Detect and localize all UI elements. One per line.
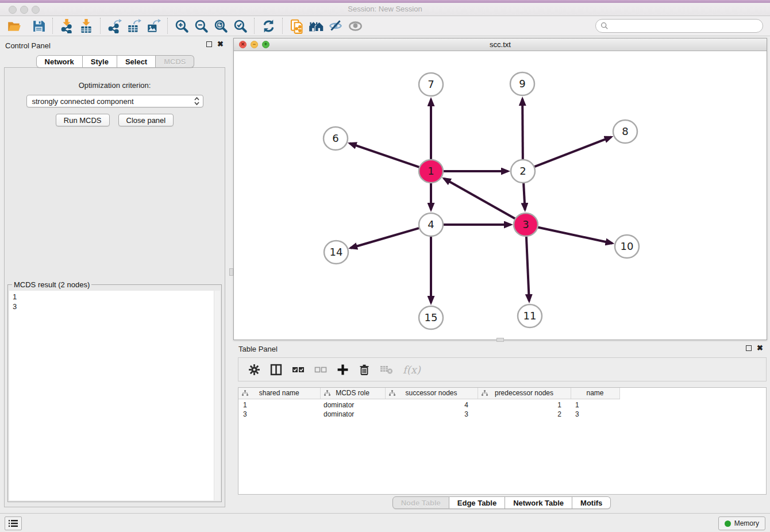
svg-text:2: 2 — [519, 165, 526, 177]
mcds-result-list[interactable]: 1 3 — [9, 291, 220, 500]
zoom-in-icon — [174, 18, 189, 33]
open-session-button[interactable] — [5, 17, 24, 34]
mcds-result-title: MCDS result (2 nodes) — [12, 280, 91, 289]
zoom-fit-icon — [213, 18, 228, 33]
refresh-button[interactable] — [259, 17, 278, 34]
column-sort-icon — [482, 390, 488, 396]
cell-successor-nodes: 4 — [385, 400, 478, 410]
close-panel-button[interactable]: Close panel — [118, 114, 174, 126]
hide-graphics-details-button[interactable] — [326, 17, 345, 34]
table-panel-title: Table Panel — [238, 345, 278, 353]
tab-select[interactable]: Select — [117, 55, 156, 68]
cell-shared-name: 3 — [238, 410, 320, 419]
column-header-name[interactable]: name — [571, 388, 619, 399]
delete-column-button[interactable] — [359, 364, 370, 376]
import-network-button[interactable] — [57, 17, 76, 34]
show-columns-button[interactable] — [270, 364, 282, 376]
svg-text:11: 11 — [523, 310, 537, 322]
column-header-mcds-role[interactable]: MCDS role — [320, 388, 385, 399]
search-box[interactable] — [595, 19, 763, 33]
cell-predecessor-nodes: 1 — [478, 400, 571, 410]
node-table-container: shared name MCDS role successor nodes pr… — [238, 387, 767, 495]
memory-button[interactable]: Memory — [718, 516, 765, 530]
horizontal-splitter-handle[interactable] — [496, 338, 504, 342]
refresh-icon — [261, 19, 276, 33]
export-image-button[interactable] — [144, 17, 163, 34]
select-all-rows-button[interactable] — [292, 365, 305, 374]
copy-network-button[interactable] — [287, 17, 306, 34]
export-image-icon — [146, 18, 161, 33]
toolbar-separator — [167, 18, 168, 34]
tab-style[interactable]: Style — [83, 55, 117, 68]
search-input[interactable] — [611, 22, 758, 30]
float-panel-icon[interactable] — [206, 41, 212, 47]
deselect-all-rows-button[interactable] — [314, 365, 327, 374]
vertical-splitter-handle[interactable] — [229, 268, 233, 276]
control-panel-tabs: Network Style Select MCDS — [0, 55, 230, 68]
cell-name: 1 — [571, 400, 619, 410]
table-toolbar: f(x) — [238, 357, 767, 381]
zoom-selected-button[interactable] — [230, 17, 250, 34]
zoom-out-button[interactable] — [191, 17, 211, 34]
table-settings-button[interactable] — [248, 364, 260, 376]
column-sort-icon — [324, 390, 330, 396]
optimization-criterion-select[interactable]: strongly connected component — [26, 95, 203, 107]
mcds-panel: Optimization criterion: strongly connect… — [4, 67, 225, 507]
control-panel-title: Control Panel — [5, 41, 51, 50]
import-table-button[interactable] — [76, 17, 96, 34]
svg-text:14: 14 — [330, 246, 343, 258]
column-sort-icon — [242, 390, 248, 396]
tab-network-table[interactable]: Network Table — [505, 496, 572, 509]
run-mcds-button[interactable]: Run MCDS — [56, 114, 110, 126]
selected-option: strongly connected component — [32, 97, 134, 106]
close-table-panel-icon[interactable]: ✖ — [757, 345, 763, 351]
cell-mcds-role: dominator — [320, 400, 385, 410]
task-history-button[interactable] — [5, 516, 22, 530]
mcds-result-group: MCDS result (2 nodes) 1 3 — [7, 284, 222, 502]
tab-node-table[interactable]: Node Table — [392, 496, 449, 509]
home-view-button[interactable] — [306, 17, 326, 34]
copy-network-icon — [289, 18, 305, 34]
columns-icon — [270, 364, 282, 376]
svg-text:1: 1 — [428, 165, 434, 177]
export-table-button[interactable] — [124, 17, 144, 34]
result-scrollbar[interactable] — [214, 291, 220, 500]
node-table: shared name MCDS role successor nodes pr… — [238, 388, 766, 419]
deselect-checkboxes-icon — [314, 365, 327, 374]
table-row[interactable]: 3 dominator 3 2 3 — [238, 410, 766, 419]
memory-label: Memory — [734, 519, 759, 527]
optimization-criterion-label: Optimization criterion: — [5, 81, 225, 90]
export-table-icon — [126, 18, 141, 33]
tab-motifs[interactable]: Motifs — [572, 496, 611, 509]
function-builder-button[interactable]: f(x) — [403, 364, 421, 376]
export-network-button[interactable] — [105, 17, 124, 34]
column-header-predecessor-nodes[interactable]: predecessor nodes — [478, 388, 571, 399]
float-table-panel-icon[interactable] — [746, 345, 752, 351]
titlebar-accent-strip — [0, 0, 770, 3]
column-header-successor-nodes[interactable]: successor nodes — [385, 388, 478, 399]
network-window-titlebar[interactable]: ✕ − + scc.txt — [234, 38, 767, 51]
network-view-window: ✕ − + scc.txt 7968124314101511 — [233, 38, 767, 340]
tab-network[interactable]: Network — [36, 55, 83, 68]
add-column-button[interactable] — [337, 364, 349, 376]
close-panel-icon[interactable]: ✖ — [217, 41, 224, 47]
column-header-shared-name[interactable]: shared name — [238, 388, 320, 399]
toolbar-separator — [100, 18, 101, 34]
delete-table-button[interactable] — [380, 364, 393, 375]
tab-mcds[interactable]: MCDS — [156, 55, 194, 68]
delete-table-icon — [380, 364, 393, 375]
zoom-in-button[interactable] — [172, 17, 191, 34]
show-graphics-details-button[interactable] — [345, 17, 365, 34]
result-line: 3 — [13, 302, 217, 311]
network-window-title: scc.txt — [234, 40, 767, 49]
zoom-fit-button[interactable] — [211, 17, 230, 34]
network-graph[interactable]: 7968124314101511 — [234, 52, 767, 340]
save-session-button[interactable] — [29, 17, 48, 34]
stepper-arrows-icon — [194, 97, 200, 106]
column-sort-icon — [389, 390, 395, 396]
svg-text:6: 6 — [332, 132, 338, 144]
cell-successor-nodes: 3 — [385, 410, 478, 419]
table-row[interactable]: 1 dominator 4 1 1 — [238, 400, 766, 410]
tab-edge-table[interactable]: Edge Table — [449, 496, 505, 509]
list-icon — [9, 519, 18, 527]
